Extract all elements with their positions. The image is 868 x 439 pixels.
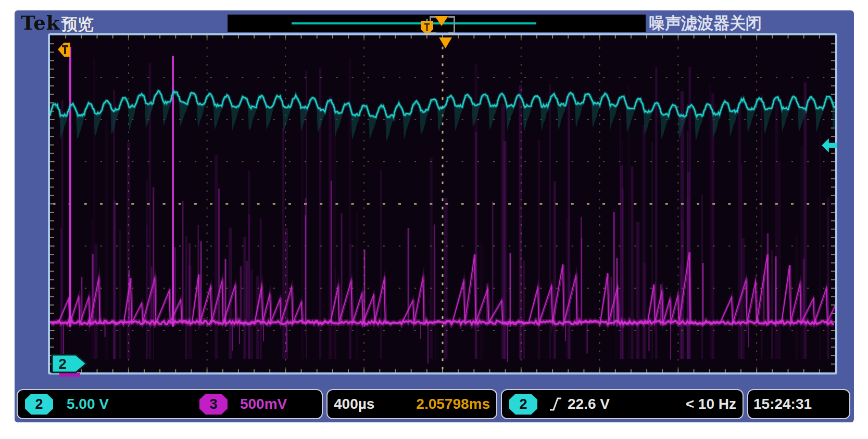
timebase-value: 400µs bbox=[334, 396, 374, 412]
waveform-canvas bbox=[50, 35, 835, 372]
ch2-badge: 2 bbox=[25, 394, 53, 415]
trigger-source-badge: 2 bbox=[509, 394, 537, 415]
clock-box: 15:24:31 bbox=[747, 389, 850, 419]
trigger-position-value: 2.05798ms bbox=[416, 396, 490, 412]
tek-logo: Tek bbox=[21, 11, 60, 34]
ch2-ground-label: 2 bbox=[58, 356, 67, 372]
horizontal-readout-box: 400µs 2.05798ms bbox=[326, 389, 497, 419]
channel-readout-box: 2 5.00 V 3 500mV bbox=[17, 389, 323, 419]
clock-value: 15:24:31 bbox=[753, 396, 812, 412]
graticule-frame: 2 bbox=[48, 33, 837, 375]
ch2-scale-value: 5.00 V bbox=[67, 396, 109, 412]
scope-screen: Tek 预览 噪声滤波器关闭 2 bbox=[15, 10, 854, 422]
noise-filter-status: 噪声滤波器关闭 bbox=[649, 12, 762, 34]
ch2-ground-marker: 2 bbox=[51, 354, 87, 373]
trigger-readout-box: 2 22.6 V < 10 Hz bbox=[501, 389, 744, 419]
acquisition-status: 预览 bbox=[61, 14, 94, 35]
trigger-t-icon bbox=[53, 42, 71, 58]
record-view-bar bbox=[228, 15, 646, 32]
ch3-scale-value: 500mV bbox=[240, 396, 287, 412]
ch3-ground-marker bbox=[59, 373, 80, 377]
expansion-bracket-right bbox=[448, 16, 455, 33]
record-window-line bbox=[292, 22, 536, 24]
trigger-level-value: 22.6 V bbox=[568, 396, 610, 412]
expansion-triangle-icon bbox=[435, 16, 448, 26]
rising-edge-icon bbox=[549, 396, 562, 412]
trigger-frequency-value: < 10 Hz bbox=[686, 396, 736, 412]
ch3-badge: 3 bbox=[199, 394, 228, 415]
